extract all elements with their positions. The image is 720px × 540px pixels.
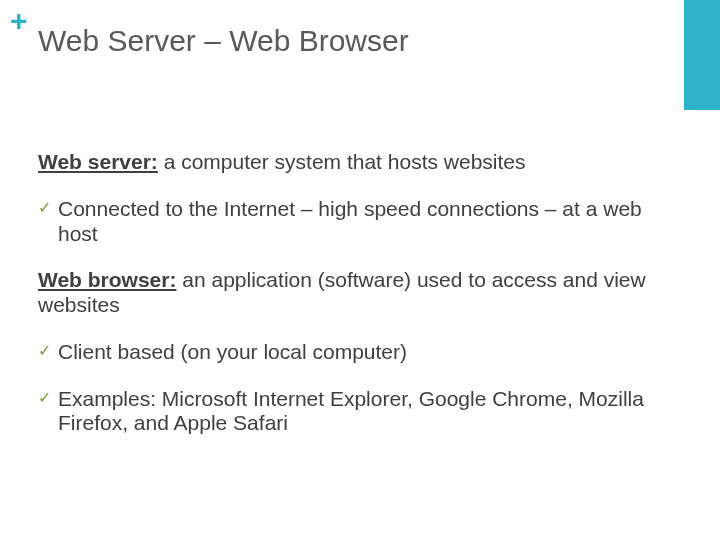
term-web-browser: Web browser:	[38, 268, 176, 291]
slide-body: Web server: a computer system that hosts…	[38, 150, 660, 458]
paragraph-web-browser: Web browser: an application (software) u…	[38, 268, 660, 318]
check-icon: ✓	[38, 199, 51, 218]
bullet-client-text: Client based (on your local computer)	[58, 340, 407, 363]
def-web-server: a computer system that hosts websites	[158, 150, 526, 173]
plus-icon: +	[10, 6, 28, 36]
check-icon: ✓	[38, 342, 51, 361]
bullet-examples: ✓ Examples: Microsoft Internet Explorer,…	[38, 387, 660, 437]
bullet-connected-text: Connected to the Internet – high speed c…	[58, 197, 642, 245]
check-icon: ✓	[38, 389, 51, 408]
bullet-connected: ✓ Connected to the Internet – high speed…	[38, 197, 660, 247]
paragraph-web-server: Web server: a computer system that hosts…	[38, 150, 660, 175]
accent-bar	[684, 0, 720, 110]
bullet-client: ✓ Client based (on your local computer)	[38, 340, 660, 365]
slide-title: Web Server – Web Browser	[38, 24, 409, 58]
bullet-examples-text: Examples: Microsoft Internet Explorer, G…	[58, 387, 644, 435]
term-web-server: Web server:	[38, 150, 158, 173]
